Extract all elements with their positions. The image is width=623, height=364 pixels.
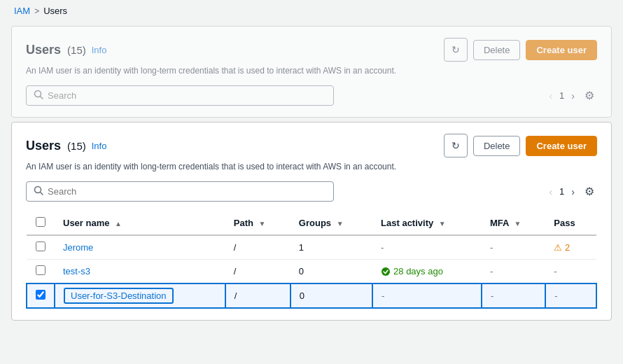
breadcrumb-current: Users (43, 6, 67, 16)
top-refresh-button[interactable]: ↻ (444, 38, 468, 62)
last-activity-sort-desc-icon: ▼ (439, 220, 446, 227)
row-path-cell: / (225, 235, 290, 260)
row-checkbox-cell (27, 284, 55, 308)
top-search-row: ‹ 1 › ⚙ (26, 85, 597, 106)
row-path-cell: / (225, 284, 290, 308)
top-create-user-button[interactable]: Create user (526, 40, 597, 60)
top-next-page-button[interactable]: › (568, 89, 578, 103)
breadcrumb: IAM > Users (0, 0, 623, 22)
th-path-label: Path (234, 218, 253, 228)
row-checkbox-cell (27, 260, 55, 284)
groups-sort-desc-icon: ▼ (337, 220, 344, 227)
row-mfa-cell: - (482, 260, 545, 284)
page-wrapper: IAM > Users Users (15) Info ↻ Delete Cre… (0, 0, 623, 364)
main-refresh-button[interactable]: ↻ (444, 134, 468, 158)
top-delete-button[interactable]: Delete (473, 40, 521, 60)
main-page-number: 1 (559, 186, 564, 197)
mfa-sort-desc-icon: ▼ (514, 220, 521, 227)
row-last-activity-cell: - (372, 284, 482, 308)
row-pass-value: - (554, 266, 556, 276)
svg-line-1 (41, 97, 43, 99)
row-pass-warning: ⚠ 2 (554, 242, 588, 253)
main-delete-button[interactable]: Delete (473, 136, 521, 156)
table-row: User-for-S3-Destination/0--- (27, 284, 596, 308)
th-last-activity-label: Last activity (381, 218, 433, 228)
table-header-row: User name ▲ Path ▼ Groups ▼ Last activ (27, 211, 596, 235)
select-all-checkbox[interactable] (36, 217, 46, 227)
path-sort-desc-icon: ▼ (259, 220, 266, 227)
row-username-link-user-for-s3-destination[interactable]: User-for-S3-Destination (64, 288, 174, 304)
last-activity-dash: - (382, 290, 384, 301)
row-path-cell: / (225, 260, 290, 284)
th-username[interactable]: User name ▲ (55, 211, 225, 235)
row-checkbox-test-s3[interactable] (36, 265, 46, 275)
row-last-activity-cell: - (372, 235, 482, 260)
top-pagination-settings-button[interactable]: ⚙ (582, 88, 597, 104)
th-groups-label: Groups (299, 218, 331, 228)
row-username-cell: User-for-S3-Destination (55, 284, 225, 308)
row-last-activity-cell: 28 days ago (372, 260, 482, 284)
svg-line-3 (41, 192, 43, 195)
row-username-link-jerome[interactable]: Jerome (63, 242, 93, 253)
last-activity-dash: - (381, 242, 384, 253)
main-create-user-button[interactable]: Create user (526, 136, 597, 156)
row-groups-cell: 1 (290, 235, 372, 260)
th-pass[interactable]: Pass (545, 211, 596, 235)
table-row: Jerome/1--⚠ 2 (27, 235, 596, 260)
th-pass-label: Pass (554, 218, 575, 228)
top-page-number: 1 (559, 90, 564, 101)
th-checkbox (27, 211, 55, 235)
main-pagination: ‹ 1 › ⚙ (535, 183, 597, 200)
row-checkbox-user-for-s3-destination[interactable] (36, 290, 46, 300)
users-table-wrapper: User name ▲ Path ▼ Groups ▼ Last activ (26, 211, 597, 309)
table-row: test-s3/0 28 days ago-- (27, 260, 596, 284)
main-panel: Users (15) Info ↻ Delete Create user An … (11, 122, 612, 321)
main-info-badge[interactable]: Info (92, 141, 107, 151)
main-search-row: ‹ 1 › ⚙ (26, 181, 597, 202)
users-table: User name ▲ Path ▼ Groups ▼ Last activ (26, 211, 597, 309)
row-pass-value: - (554, 290, 557, 301)
username-sort-asc-icon: ▲ (115, 220, 122, 227)
row-pass-cell: ⚠ 2 (545, 235, 596, 260)
top-panel: Users (15) Info ↻ Delete Create user An … (11, 26, 612, 118)
top-panel-header: Users (15) Info ↻ Delete Create user (26, 38, 597, 62)
th-path[interactable]: Path ▼ (225, 211, 290, 235)
top-panel-title: Users (15) (26, 43, 86, 57)
top-toolbar: ↻ Delete Create user (444, 38, 597, 62)
main-panel-header: Users (15) Info ↻ Delete Create user (26, 134, 597, 158)
top-info-badge[interactable]: Info (92, 45, 107, 55)
row-mfa-cell: - (482, 235, 545, 260)
top-search-input-wrapper[interactable] (26, 85, 334, 106)
th-last-activity[interactable]: Last activity ▼ (372, 211, 482, 235)
row-username-cell: test-s3 (55, 260, 225, 284)
row-username-cell: Jerome (55, 235, 225, 260)
row-pass-cell: - (545, 284, 596, 308)
row-groups-cell: 0 (290, 284, 372, 308)
row-mfa-cell: - (482, 284, 545, 308)
top-prev-page-button[interactable]: ‹ (546, 89, 555, 103)
row-mfa-value: - (490, 242, 493, 253)
main-pagination-settings-button[interactable]: ⚙ (582, 183, 597, 200)
top-search-icon (34, 90, 43, 102)
row-groups-cell: 0 (290, 260, 372, 284)
row-checkbox-jerome[interactable] (36, 241, 46, 251)
main-panel-title: Users (15) (26, 139, 86, 153)
main-prev-page-button[interactable]: ‹ (546, 185, 555, 199)
row-mfa-value: - (490, 266, 493, 276)
main-search-input[interactable] (48, 186, 326, 197)
top-search-input[interactable] (48, 90, 326, 101)
last-activity-ok: 28 days ago (381, 266, 473, 276)
top-panel-title-area: Users (15) Info (26, 43, 106, 57)
main-search-input-wrapper[interactable] (26, 181, 334, 202)
th-mfa[interactable]: MFA ▼ (482, 211, 545, 235)
th-groups[interactable]: Groups ▼ (290, 211, 372, 235)
main-search-icon (34, 186, 43, 197)
th-username-label: User name (63, 218, 109, 228)
breadcrumb-parent-link[interactable]: IAM (14, 6, 30, 16)
row-mfa-value: - (491, 290, 493, 301)
top-panel-description: An IAM user is an identity with long-ter… (26, 66, 597, 76)
breadcrumb-separator: > (34, 6, 39, 16)
row-username-link-test-s3[interactable]: test-s3 (63, 266, 90, 276)
th-mfa-label: MFA (490, 218, 509, 228)
main-next-page-button[interactable]: › (568, 185, 578, 199)
